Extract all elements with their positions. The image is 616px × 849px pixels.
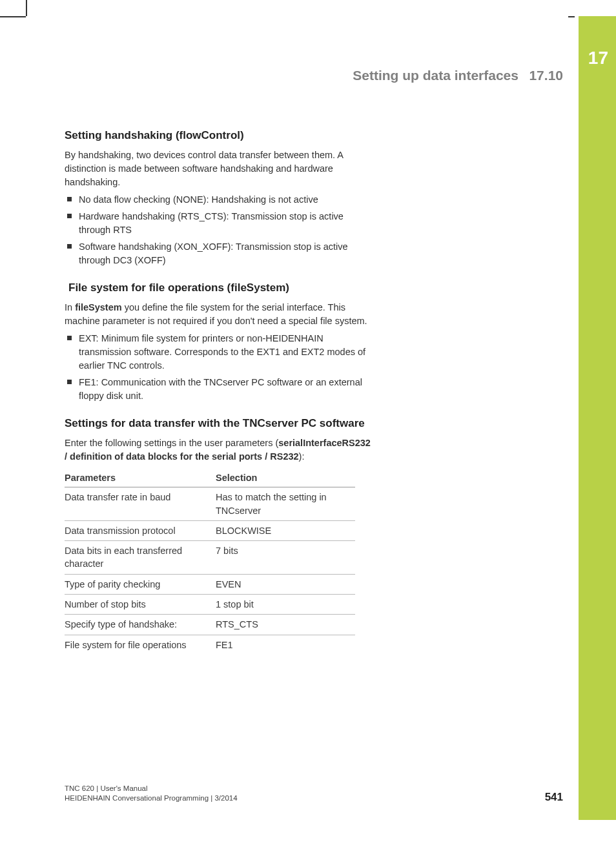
bold-text: fileSystem xyxy=(75,302,122,312)
table-row: Data transmission protocolBLOCKWISE xyxy=(65,520,355,540)
table-row: Specify type of handshake:RTS_CTS xyxy=(65,615,355,635)
crop-mark xyxy=(568,16,575,17)
heading-flowcontrol: Setting handshaking (flowControl) xyxy=(65,129,375,142)
paragraph: Enter the following settings in the user… xyxy=(65,436,375,464)
table-row: File system for file operationsFE1 xyxy=(65,635,355,655)
chapter-number: 17 xyxy=(588,48,608,68)
text: Enter the following settings in the user… xyxy=(65,438,278,448)
table-cell: BLOCKWISE xyxy=(216,520,355,540)
table-cell: File system for file operations xyxy=(65,635,216,655)
bullet-list: No data flow checking (NONE): Handshakin… xyxy=(65,193,375,267)
table-row: Data bits in each transferred character7… xyxy=(65,541,355,575)
list-item: FE1: Communication with the TNCserver PC… xyxy=(65,376,375,403)
footer-line: HEIDENHAIN Conversational Programming | … xyxy=(65,793,238,804)
table-cell: Has to match the setting in TNCserver xyxy=(216,487,355,521)
table-header: Selection xyxy=(216,469,355,487)
bullet-list: EXT: Minimum file system for printers or… xyxy=(65,332,375,403)
table-row: Type of parity checkingEVEN xyxy=(65,574,355,594)
table-cell: EVEN xyxy=(216,574,355,594)
content-body: Setting handshaking (flowControl) By han… xyxy=(65,129,375,655)
table-cell: 7 bits xyxy=(216,541,355,575)
paragraph: In fileSystem you define the file system… xyxy=(65,301,375,328)
running-header: Setting up data interfaces 17.10 xyxy=(353,68,563,83)
table-cell: Number of stop bits xyxy=(65,595,216,615)
footer: TNC 620 | User's Manual HEIDENHAIN Conve… xyxy=(65,784,238,804)
table-cell: Data transmission protocol xyxy=(65,520,216,540)
table-cell: RTS_CTS xyxy=(216,615,355,635)
header-section: 17.10 xyxy=(529,68,563,83)
list-item: EXT: Minimum file system for printers or… xyxy=(65,332,375,373)
page-number: 541 xyxy=(545,791,563,804)
heading-tncserver: Settings for data transfer with the TNCs… xyxy=(65,417,375,430)
parameters-table: Parameters Selection Data transfer rate … xyxy=(65,469,355,655)
table-cell: 1 stop bit xyxy=(216,595,355,615)
table-cell: FE1 xyxy=(216,635,355,655)
table-row: Number of stop bits1 stop bit xyxy=(65,595,355,615)
chapter-tab xyxy=(579,16,616,820)
table-header: Parameters xyxy=(65,469,216,487)
footer-line: TNC 620 | User's Manual xyxy=(65,784,238,794)
crop-mark xyxy=(26,0,27,16)
table-row: Data transfer rate in baudHas to match t… xyxy=(65,487,355,521)
list-item: No data flow checking (NONE): Handshakin… xyxy=(65,193,375,207)
table-cell: Data transfer rate in baud xyxy=(65,487,216,521)
table-cell: Data bits in each transferred character xyxy=(65,541,216,575)
list-item: Hardware handshaking (RTS_CTS): Transmis… xyxy=(65,210,375,237)
crop-mark xyxy=(0,16,26,17)
text: In xyxy=(65,302,75,312)
list-item: Software handshaking (XON_XOFF): Transmi… xyxy=(65,240,375,267)
text: ): xyxy=(299,451,305,462)
paragraph: By handshaking, two devices control data… xyxy=(65,148,375,189)
header-title: Setting up data interfaces xyxy=(353,68,518,83)
heading-filesystem: File system for file operations (fileSys… xyxy=(68,281,375,294)
table-cell: Type of parity checking xyxy=(65,574,216,594)
table-cell: Specify type of handshake: xyxy=(65,615,216,635)
